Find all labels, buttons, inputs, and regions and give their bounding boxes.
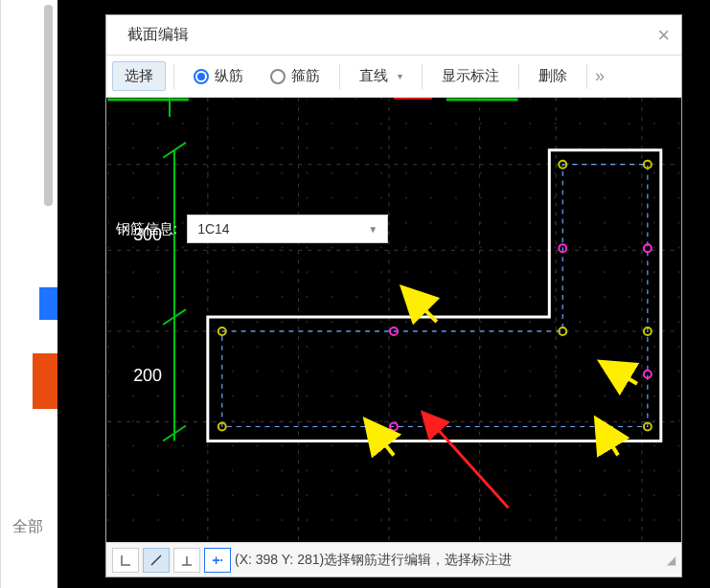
coord-readout: (X: 398 Y: 281)选择钢筋进行编辑，选择标注进 — [235, 552, 512, 569]
resize-grip-icon[interactable]: ◢ — [667, 554, 676, 567]
longitudinal-rebar-label: 纵筋 — [215, 67, 243, 85]
snap-diagonal-button[interactable] — [143, 548, 170, 573]
left-sidebar: 全 全部 — [0, 0, 62, 588]
rebar-info-select[interactable]: 1C14 ▼ — [187, 215, 388, 243]
scrollbar-thumb[interactable] — [44, 5, 53, 206]
dim-200: 200 — [133, 366, 162, 385]
radio-on-icon — [194, 69, 209, 84]
close-icon[interactable]: × — [657, 23, 670, 48]
drawing-canvas[interactable]: 钢筋信息: 1C14 ▼ — [106, 98, 681, 542]
orange-square — [33, 353, 58, 409]
stirrup-label: 箍筋 — [291, 67, 320, 85]
svg-line-40 — [151, 555, 161, 565]
rebar-info-value: 1C14 — [197, 221, 229, 237]
section-graphic: 300 200 — [106, 98, 681, 542]
separator — [518, 64, 519, 89]
toolbar: 选择 纵筋 箍筋 直线 显示标注 删除 » — [106, 56, 681, 98]
orange-label: 全 — [13, 417, 27, 434]
rebar-info-row: 钢筋信息: 1C14 ▼ — [116, 215, 388, 243]
separator — [173, 64, 174, 89]
dialog-title: 截面编辑 — [127, 25, 189, 45]
titlebar: 截面编辑 × — [106, 15, 681, 56]
longitudinal-rebar-radio[interactable]: 纵筋 — [182, 62, 255, 90]
snap-l-button[interactable] — [112, 548, 139, 573]
radio-off-icon — [270, 69, 286, 84]
delete-button[interactable]: 删除 — [527, 62, 579, 90]
add-button[interactable]: +• — [204, 548, 231, 573]
section-edit-dialog: 截面编辑 × 选择 纵筋 箍筋 直线 显示标注 删除 » 钢筋信息: 1C14 … — [105, 14, 682, 577]
show-dimension-button[interactable]: 显示标注 — [430, 62, 511, 90]
more-icon[interactable]: » — [595, 66, 605, 86]
select-button[interactable]: 选择 — [112, 61, 166, 91]
chevron-down-icon: ▼ — [368, 224, 378, 235]
separator — [586, 64, 587, 89]
separator — [422, 64, 423, 89]
line-dropdown[interactable]: 直线 — [348, 62, 414, 90]
stirrup-radio[interactable]: 箍筋 — [259, 62, 332, 90]
all-label: 全部 — [12, 517, 43, 537]
rebar-info-label: 钢筋信息: — [116, 220, 177, 238]
snap-perp-button[interactable] — [173, 548, 200, 573]
statusbar: +• (X: 398 Y: 281)选择钢筋进行编辑，选择标注进 ◢ — [106, 542, 681, 577]
separator — [339, 64, 340, 89]
blue-square — [39, 287, 58, 320]
